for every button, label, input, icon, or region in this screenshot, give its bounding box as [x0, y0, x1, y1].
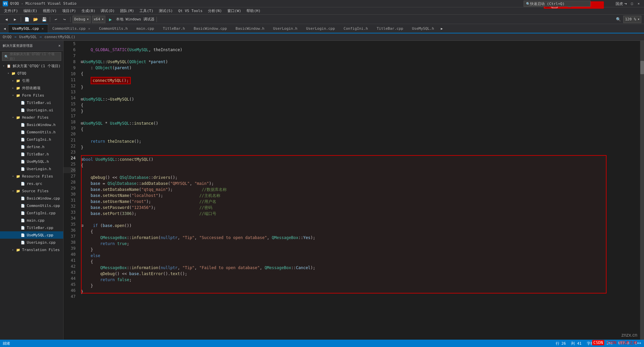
tab-basicwindow-cpp[interactable]: BasicWindow.cpp — [189, 24, 231, 33]
tab-usemysql-close[interactable]: ✕ — [41, 27, 43, 30]
status-ready-label: 就绪 — [3, 341, 10, 346]
sidebar-item-basicwindow-h[interactable]: 📄 BasicWindow.h — [0, 121, 63, 128]
sidebar-item-configini-cpp[interactable]: 📄 ConfigIni.cpp — [0, 209, 63, 217]
expand-arrow: ▾ — [1, 64, 6, 68]
new-file-button[interactable]: 📄 — [23, 16, 30, 23]
sidebar-item-usemysql-h[interactable]: 📄 UseMySQL.h — [0, 158, 63, 165]
forward-button[interactable]: ▶ — [11, 16, 19, 23]
sidebar-item-header-files[interactable]: ▾ 📁 Header Files — [0, 114, 63, 121]
sidebar-item-references[interactable]: ▸ 📁 引用 — [0, 77, 63, 84]
sidebar-item-resource-files[interactable]: ▾ 📁 Resource Files — [0, 172, 63, 180]
sidebar-item-userlogin-cpp[interactable]: 📄 UserLogin.cpp — [0, 239, 63, 246]
user-label[interactable]: 国虎 ▾ — [616, 1, 627, 6]
sidebar-item-usemysql-cpp[interactable]: 📄 UseMySQL.cpp — [0, 231, 63, 239]
sidebar-close[interactable]: ✕ — [58, 43, 61, 48]
code-content[interactable]: Q_GLOBAL_STATIC(UseMySQL, theInstance) ⊟… — [78, 41, 640, 340]
tab-main-cpp[interactable]: main.cpp — [132, 24, 158, 33]
tab-basicwindow-h[interactable]: BasicWindow.h — [231, 24, 269, 33]
menu-help[interactable]: 帮助(H) — [244, 8, 263, 14]
sidebar-item-external-deps[interactable]: ▸ 📁 外部依赖项 — [0, 84, 63, 92]
debug-mode-dropdown[interactable]: Debug ▾ — [73, 16, 91, 23]
solution-icon: 📋 — [6, 63, 11, 69]
sidebar-item-res-qrc[interactable]: 📄 res.qrc — [0, 180, 63, 187]
sidebar-search-placeholder: 搜索解决方案'QTQQ'(1 个项目) — [10, 52, 59, 61]
menu-analyze[interactable]: 分析(N) — [205, 8, 225, 14]
sidebar-item-userlogin-ui[interactable]: 📄 UserLogin.ui — [0, 106, 63, 114]
zoom-dropdown[interactable]: 120 % ▾ — [623, 16, 641, 23]
scrollbar-thumb[interactable] — [640, 61, 644, 74]
sidebar-item-define-h[interactable]: 📄 define.h — [0, 143, 63, 150]
tab-configini-h[interactable]: ConfigIni.h — [339, 24, 372, 33]
tab-titlebar-h[interactable]: TitleBar.h — [158, 24, 189, 33]
menu-tools[interactable]: 工具(T) — [137, 8, 156, 14]
title-bar: VS QtQQ - Microsoft Visual Studio S 英 🎤 … — [0, 0, 644, 7]
open-button[interactable]: 📂 — [32, 16, 39, 23]
solution-tree: ▾ 📋 解决方案'QTQQ'(1 个项目) ▾ 📁 QTQQ ▸ 📁 引用 ▸ … — [0, 62, 63, 340]
close-button[interactable]: ✕ — [636, 1, 641, 6]
code-scroll-area[interactable]: 5 6 7 8 9 10 11 12 13 14 15 16 17 18 19 … — [64, 41, 640, 340]
menu-qt[interactable]: Qt VS Tools — [176, 8, 205, 14]
menu-debug[interactable]: 调试(D) — [98, 8, 117, 14]
status-encoding: UTF-8 — [618, 341, 629, 346]
tab-titlebar-cpp[interactable]: TitleBar.cpp — [372, 24, 407, 33]
sidebar-item-basicwindow-cpp[interactable]: 📄 BasicWindow.cpp — [0, 195, 63, 202]
sidebar-item-solution[interactable]: ▾ 📋 解决方案'QTQQ'(1 个项目) — [0, 62, 63, 70]
tab-scroll-right[interactable]: ▶ — [438, 24, 445, 33]
address-func: connectMySQL() — [44, 35, 76, 39]
sidebar-item-qtqq[interactable]: ▾ 📁 QTQQ — [0, 70, 63, 77]
sidebar-search[interactable]: 🔍 搜索解决方案'QTQQ'(1 个项目) — [2, 52, 61, 61]
tab-usemysql-h[interactable]: UseMySQL.h — [408, 24, 438, 33]
sidebar-item-commonutils-h[interactable]: 📄 CommonUtils.h — [0, 128, 63, 136]
undo-button[interactable]: ↩ — [52, 16, 60, 23]
tab-commonutils-cpp[interactable]: CommonUtils.cpp ✕ — [48, 24, 95, 33]
menu-edit[interactable]: 编辑(E) — [21, 8, 40, 14]
sidebar-item-form-files[interactable]: ▾ 📁 Form Files — [0, 92, 63, 99]
tab-close-2[interactable]: ✕ — [88, 27, 90, 30]
zoom-out-button[interactable]: 🔍 — [615, 16, 622, 23]
sidebar-item-translation-files[interactable]: ▸ 📁 Translation Files — [0, 246, 63, 253]
save-button[interactable]: 💾 — [40, 16, 48, 23]
redo-button[interactable]: ↪ — [61, 16, 68, 23]
quick-search[interactable]: 🔍 快速启动 (Ctrl+Q) — [524, 1, 591, 7]
address-project: QtQQ — [3, 35, 12, 39]
status-lang: C++ — [635, 341, 641, 346]
sidebar-item-titlebar-h[interactable]: 📄 TitleBar.h — [0, 150, 63, 158]
sidebar-item-userlogin-h[interactable]: 📄 UserLogin.h — [0, 165, 63, 172]
tab-commonutils-h[interactable]: CommonUtils.h — [95, 24, 132, 33]
code-editor: 5 6 7 8 9 10 11 12 13 14 15 16 17 18 19 … — [64, 41, 640, 340]
sidebar-item-titlebar-cpp[interactable]: 📄 TitleBar.cpp — [0, 224, 63, 231]
line-numbers: 5 6 7 8 9 10 11 12 13 14 15 16 17 18 19 … — [64, 41, 78, 340]
sidebar-header: 解决方案资源管理器 ✕ — [0, 41, 63, 51]
menu-file[interactable]: 文件(F) — [1, 8, 21, 14]
toolbar-separator-4 — [156, 17, 157, 22]
menu-view[interactable]: 视图(V) — [40, 8, 60, 14]
menu-test[interactable]: 测试(S) — [156, 8, 176, 14]
main-area: 解决方案资源管理器 ✕ 🔍 搜索解决方案'QTQQ'(1 个项目) ▾ 📋 解决… — [0, 41, 644, 340]
vertical-scrollbar[interactable] — [640, 41, 644, 340]
run-button[interactable]: ▶ — [107, 16, 114, 23]
app-icon: VS — [3, 1, 8, 6]
status-col: 列 41 — [571, 341, 581, 346]
tab-usemysql-cpp[interactable]: UseMySQL.cpp ✕ — [8, 24, 48, 33]
platform-label: x64 — [94, 17, 100, 21]
sidebar-item-configini-h[interactable]: 📄 ConfigIni.h — [0, 136, 63, 143]
back-button[interactable]: ◀ — [3, 16, 10, 23]
address-bar: QtQQ → UseMySQL → connectMySQL() — [0, 33, 644, 41]
tab-userlogin-h[interactable]: UserLogin.h — [269, 24, 302, 33]
sidebar-item-titlebar-ui[interactable]: 📄 TitleBar.ui — [0, 99, 63, 106]
tab-userlogin-cpp[interactable]: UserLogin.cpp — [302, 24, 339, 33]
toolbar-separator-3 — [70, 17, 71, 22]
menu-project[interactable]: 项目(P) — [60, 8, 79, 14]
menu-team[interactable]: 团队(M) — [117, 8, 137, 14]
maximize-button[interactable]: □ — [629, 1, 635, 6]
sidebar-item-source-files[interactable]: ▾ 📁 Source Files — [0, 187, 63, 195]
sidebar-item-main-cpp[interactable]: 📄 main.cpp — [0, 217, 63, 224]
tab-scroll-left[interactable]: ◀ — [1, 24, 8, 33]
run-label: 本地 Windows 调试器 — [116, 17, 154, 22]
sidebar: 解决方案资源管理器 ✕ 🔍 搜索解决方案'QTQQ'(1 个项目) ▾ 📋 解决… — [0, 41, 64, 340]
solution-label: 解决方案'QTQQ'(1 个项目) — [13, 64, 61, 69]
sidebar-item-commonutils-cpp[interactable]: 📄 CommonUtils.cpp — [0, 202, 63, 209]
platform-dropdown[interactable]: x64 ▾ — [92, 16, 106, 23]
menu-build[interactable]: 生成(B) — [79, 8, 98, 14]
menu-window[interactable]: 窗口(W) — [225, 8, 244, 14]
